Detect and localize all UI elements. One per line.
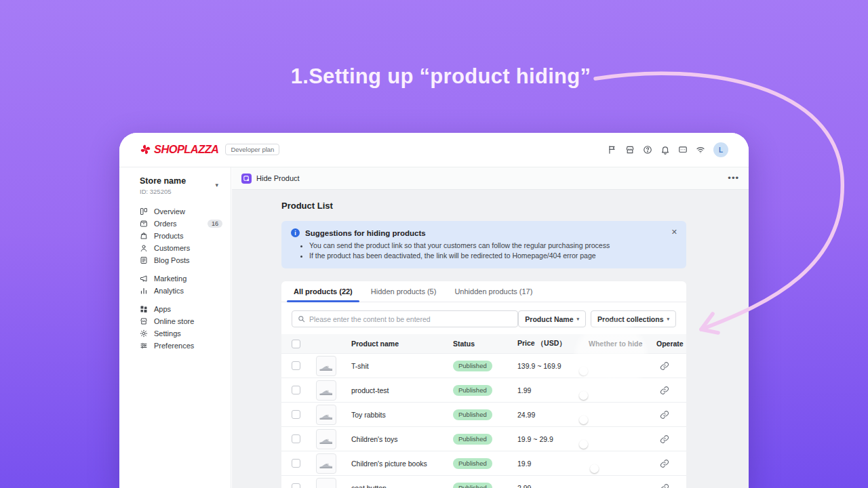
apps-icon [140,305,148,313]
store-id: ID: 325205 [140,188,220,195]
col-whether-to-hide: Whether to hide [589,340,656,348]
copy-link-icon[interactable] [660,434,669,444]
suggestions-title: Suggestions for hiding products [305,229,426,237]
copy-link-icon[interactable] [660,386,669,395]
copy-link-icon[interactable] [660,410,669,420]
suggestion-bullet: You can send the product link so that yo… [309,241,677,251]
product-price: 2.99 [517,484,589,488]
marketing-icon [140,274,148,283]
sidebar-item-apps[interactable]: Apps [140,303,231,315]
tab-unhidden-products[interactable]: Unhidden products (17) [454,281,532,302]
copy-link-icon[interactable] [660,483,669,488]
product-name-filter-button[interactable]: Product Name ▾ [518,310,586,327]
status-badge: Published [453,361,492,371]
sneaker-image-icon [318,382,334,399]
top-bar: SHOPLAZZA Developer plan L [119,133,749,167]
suggestions-banner: i Suggestions for hiding products You ca… [281,221,686,268]
app-bar: Hide Product ••• [232,167,749,190]
help-icon[interactable] [643,145,652,155]
caret-down-icon: ▾ [577,317,580,322]
user-avatar[interactable]: L [713,142,728,157]
sidebar-item-online-store[interactable]: Online store [140,315,231,327]
row-checkbox[interactable] [292,386,300,394]
tab-all-products[interactable]: All products (22) [294,281,353,302]
row-checkbox[interactable] [292,410,300,419]
hide-product-app-icon [241,174,252,184]
sidebar-item-customers[interactable]: Customers [140,242,231,254]
table-header: Product name Status Price （USD） Whether … [281,334,686,353]
more-options-icon[interactable]: ••• [728,175,739,182]
sneaker-image-icon [318,431,334,447]
row-checkbox[interactable] [292,459,300,468]
product-name: Toy rabbits [351,411,453,419]
preferences-icon [140,342,148,350]
chat-icon[interactable] [678,145,688,155]
plan-badge: Developer plan [225,144,279,155]
tab-hidden-products[interactable]: Hidden products (5) [371,281,437,302]
product-collections-filter-button[interactable]: Product collections ▾ [591,310,676,327]
table-row: Children's picture books Published 19.9 [281,451,686,475]
wifi-icon[interactable] [696,145,705,155]
sidebar-item-settings[interactable]: Settings [140,327,231,340]
col-product-name: Product name [351,340,453,348]
product-name: Children's toys [351,435,453,443]
status-badge: Published [453,483,492,488]
flag-icon[interactable] [608,145,617,155]
table-row: Toy rabbits Published 24.99 [281,402,686,426]
online-store-icon [140,317,148,325]
sidebar-item-overview[interactable]: Overview [140,205,231,218]
analytics-icon [140,287,148,295]
table-row: product-test Published 1.99 [281,378,686,402]
brand-name: SHOPLAZZA [154,143,218,156]
product-thumbnail [316,478,336,488]
sidebar-item-blog-posts[interactable]: Blog Posts [140,254,231,266]
col-price: Price （USD） [517,339,589,348]
table-row: coat button Published 2.99 [281,475,686,488]
table-row: Children's toys Published 19.9 ~ 29.9 [281,426,686,451]
sidebar-item-products[interactable]: Products [140,230,231,242]
info-icon: i [291,228,300,237]
settings-gear-icon [140,329,148,338]
row-checkbox[interactable] [292,361,300,370]
sidebar-item-preferences[interactable]: Preferences [140,340,231,352]
row-checkbox[interactable] [292,434,300,443]
product-thumbnail [316,380,336,401]
product-thumbnail [316,453,336,474]
sneaker-image-icon [318,455,334,472]
brand-logo[interactable]: SHOPLAZZA Developer plan [140,143,279,156]
sidebar-item-analytics[interactable]: Analytics [140,285,231,297]
sneaker-image-icon [318,358,334,374]
storefront-icon[interactable] [625,145,635,155]
product-name: product-test [351,386,453,394]
copy-link-icon[interactable] [660,361,669,371]
product-thumbnail [316,405,336,425]
copy-link-icon[interactable] [660,459,669,468]
suggestion-bullet: If the product has been deactivated, the… [309,251,677,261]
status-badge: Published [453,458,492,469]
product-name: coat button [351,484,453,488]
page-background: 1.Setting up “product hiding” SHOPLAZZA [0,0,868,488]
orders-icon [140,220,148,228]
sneaker-image-icon [318,407,334,423]
products-icon [140,232,148,240]
product-price: 1.99 [517,386,589,394]
product-price: 139.9 ~ 169.9 [517,362,589,370]
admin-window: SHOPLAZZA Developer plan L Store name ID… [119,133,749,488]
status-badge: Published [453,409,492,420]
close-icon[interactable]: ✕ [671,228,677,237]
shoplazza-logo-icon [140,144,151,155]
search-input[interactable] [309,315,512,323]
product-price: 24.99 [517,411,589,419]
status-badge: Published [453,434,492,445]
product-thumbnail [316,429,336,449]
store-selector[interactable]: Store name ID: 325205 ▾ [119,167,231,199]
customers-icon [140,244,148,252]
col-operate: Operate [656,340,684,348]
product-list-panel: All products (22) Hidden products (5) Un… [281,281,686,488]
row-checkbox[interactable] [292,483,300,488]
sidebar-item-orders[interactable]: Orders 16 [140,218,231,230]
select-all-checkbox[interactable] [292,340,300,348]
bell-icon[interactable] [660,145,670,155]
sneaker-image-icon [318,480,334,488]
sidebar-item-marketing[interactable]: Marketing [140,272,231,285]
